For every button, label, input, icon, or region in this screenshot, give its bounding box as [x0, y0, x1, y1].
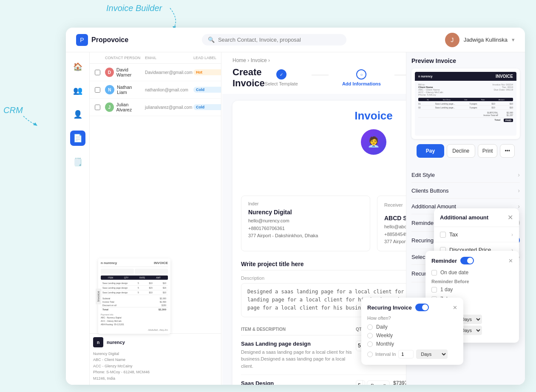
how-often-label: How often? — [367, 315, 457, 321]
recurring-invoice-popup: Recuring Invoice ✕ How often? Daily Week… — [361, 298, 463, 365]
1day-checkbox[interactable] — [431, 287, 437, 293]
sidebar-item-invoice[interactable]: 📄 — [70, 131, 85, 146]
reminder-before-label: Reminder Before — [431, 279, 513, 284]
search-input[interactable] — [218, 37, 340, 43]
nurency-logo: n nurency — [93, 337, 218, 347]
weekly-option[interactable]: Weekly — [367, 332, 457, 338]
sidebar-item-home[interactable]: 🏠 — [70, 59, 85, 74]
decline-button[interactable]: Decline — [447, 144, 475, 158]
chevron-down-icon: ▾ — [512, 37, 515, 43]
step-1: ✓ Select Template — [265, 69, 298, 86]
popup-header: Additional amount ✕ — [434, 208, 519, 227]
search-icon: 🔍 — [208, 37, 215, 43]
weekly-radio[interactable] — [367, 333, 373, 338]
crm-header: CONTACT PERSON EMAIL LEAD LABEL — [90, 52, 221, 64]
step-circle-1: ✓ — [276, 69, 286, 80]
user-name: Jadwiga Kullinska — [464, 37, 508, 43]
crm-checkbox-1[interactable] — [95, 70, 100, 75]
crm-annotation: CRM — [3, 105, 23, 115]
pay-button[interactable]: Pay — [417, 144, 444, 158]
crm-name-2: Nathan Liam — [117, 85, 143, 95]
on-due-date-checkbox[interactable] — [431, 270, 437, 276]
avatar-nathan: N — [105, 85, 114, 94]
preview-title: Preview Invoice — [411, 57, 520, 64]
sidebar: 🏠 👥 👤 📄 🗒️ — [66, 52, 90, 385]
unit-select-2[interactable]: Page ▾ — [367, 381, 390, 385]
crm-arrow — [21, 114, 38, 127]
sidebar-item-contacts[interactable]: 👥 — [70, 83, 85, 98]
reminder-1day-row: 1 day — [431, 287, 513, 293]
invoice-mini-preview: n nurency INVOICE ITEMQTYRATEAMT Saas La… — [98, 258, 170, 334]
sender-box: lnder Nurency Digital hello@nurency.com … — [241, 196, 370, 251]
preview-section: Preview Invoice n nurency INVOICE — [406, 52, 525, 167]
crm-panel: CONTACT PERSON EMAIL LEAD LABEL D David … — [90, 52, 221, 385]
sender-info: hello@nurency.com +8801760706361 377 Air… — [248, 217, 363, 240]
monthly-option[interactable]: Monthly — [367, 341, 457, 347]
crm-email-1: Davidwarner@gmail.com — [145, 70, 192, 75]
reminder-label: Reminder — [411, 220, 435, 226]
recurring-popup-close[interactable]: ✕ — [453, 304, 457, 311]
step-circle-2: ○ — [356, 69, 366, 80]
interval-label: Interval In — [375, 352, 396, 357]
crm-row-1[interactable]: D David Warner Davidwarner@gmail.com Hot — [90, 64, 221, 81]
interval-radio[interactable] — [367, 352, 373, 357]
crm-name-3: Julian Alvarez — [116, 102, 143, 112]
crm-checkbox-2[interactable] — [95, 87, 100, 93]
logo-area: P Propovoice — [76, 34, 153, 46]
sender-avatar: 🧑‍💼 — [361, 129, 386, 155]
popup-tax-item[interactable]: Tax › — [434, 227, 519, 242]
crm-name-1: David Warner — [116, 67, 143, 77]
on-due-date-label: On due date — [440, 270, 468, 276]
clients-buttons-label: Clients Buttons — [411, 187, 448, 194]
crm-badge-2: Cold — [193, 87, 221, 93]
reminder-on-due-row: On due date — [431, 270, 513, 276]
monthly-radio[interactable] — [367, 341, 373, 347]
sidebar-item-notes[interactable]: 🗒️ — [70, 154, 85, 170]
qty-value-2: 5 — [356, 381, 363, 385]
edit-style-row[interactable]: Edit Style › — [411, 167, 520, 183]
interval-row: Interval In Days — [367, 349, 457, 359]
logo-icon: P — [76, 34, 88, 46]
item-name-2: Saas Design — [241, 380, 352, 385]
sender-name: Nurency Digital — [248, 209, 363, 216]
preview-actions: Pay Decline Print ••• — [411, 144, 520, 162]
crm-row-3[interactable]: J Julian Alvarez julianalvarez@gmail.com… — [90, 99, 221, 116]
avatar-julian: J — [105, 102, 114, 112]
qty-control-2: 5 ▲ ▼ — [356, 380, 365, 385]
1day-label: 1 day — [440, 287, 453, 293]
more-button[interactable]: ••• — [500, 144, 515, 158]
invoice-builder-annotation: Invoice Builder — [106, 3, 162, 13]
sidebar-item-person[interactable]: 👤 — [70, 107, 85, 122]
crm-row-2[interactable]: N Nathan Liam nathanlion@gmail.com Cold — [90, 81, 221, 99]
qty-up-2[interactable]: ▲ — [363, 381, 366, 385]
clients-buttons-chevron: › — [518, 187, 520, 194]
reminder-close-button[interactable]: ✕ — [508, 258, 513, 264]
step-label-1: Select Template — [265, 81, 298, 86]
crm-badge-3: Cold — [193, 104, 221, 110]
svg-marker-1 — [33, 122, 37, 126]
reminder-popup-toggle[interactable] — [460, 257, 474, 264]
chevron-down-icon: ▾ — [383, 383, 386, 385]
crm-email-3: julianalvarez@gmail.com — [145, 105, 192, 110]
step-2: ○ Add Informations — [342, 69, 381, 86]
daily-radio[interactable] — [367, 324, 373, 330]
interval-value-input[interactable] — [398, 350, 414, 358]
print-button[interactable]: Print — [478, 144, 498, 158]
popup-close-button[interactable]: ✕ — [508, 213, 513, 222]
edit-style-label: Edit Style — [411, 172, 435, 178]
crm-checkbox-3[interactable] — [95, 105, 100, 110]
tax-checkbox[interactable] — [440, 232, 446, 238]
recurring-popup-title: Recuring Invoice — [367, 304, 412, 311]
item-name-1: Saas Landing page design — [241, 341, 352, 347]
search-bar[interactable]: 🔍 — [202, 34, 346, 45]
crm-badge-1: Hot — [193, 69, 221, 75]
logo-text: Propovoice — [91, 36, 128, 44]
interval-unit-select[interactable]: Days — [416, 349, 448, 359]
edit-style-chevron: › — [518, 171, 520, 178]
daily-option[interactable]: Daily — [367, 324, 457, 330]
invoice-builder-arrow — [166, 6, 183, 29]
recurring-popup-toggle[interactable] — [415, 304, 429, 311]
monthly-label: Monthly — [376, 341, 394, 347]
tax-chevron: › — [511, 232, 513, 238]
clients-buttons-row[interactable]: Clients Buttons › — [411, 183, 520, 199]
